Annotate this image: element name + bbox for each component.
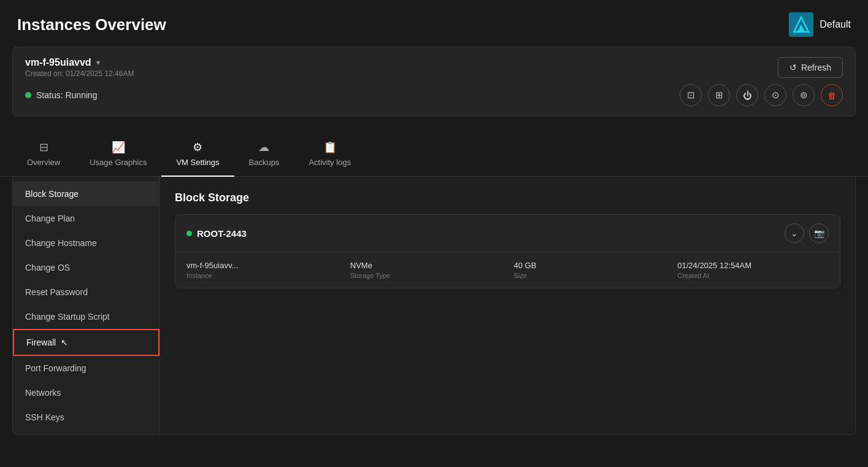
delete-button[interactable]: 🗑	[821, 84, 843, 106]
content-title: Block Storage	[175, 191, 840, 204]
snapshot-button[interactable]: ⊙	[764, 84, 786, 106]
sidebar-block-storage-label: Block Storage	[25, 189, 79, 199]
status-dot-icon	[25, 92, 31, 98]
sidebar-item-change-plan[interactable]: Change Plan	[13, 206, 159, 231]
sidebar: Block Storage Change Plan Change Hostnam…	[13, 177, 160, 434]
status-text: Status: Running	[36, 90, 98, 100]
instance-card: vm-f-95uiavvd ▾ Created on: 01/24/2025 1…	[12, 47, 856, 117]
instance-created: Created on: 01/24/2025 12:46AM	[25, 69, 134, 78]
storage-created-value: 01/24/2025 12:54AM	[677, 261, 829, 270]
power-button[interactable]: ⏻	[736, 84, 758, 106]
page-title: Instances Overview	[17, 15, 166, 34]
brand-logo-icon	[789, 12, 813, 37]
sidebar-item-networks[interactable]: Networks	[13, 380, 159, 405]
tab-backups[interactable]: ☁ Backups	[234, 136, 294, 177]
overview-tab-icon: ⊟	[39, 141, 48, 154]
storage-snapshot-button[interactable]: 📷	[809, 223, 829, 243]
backup-button[interactable]: ⊚	[793, 84, 815, 106]
instance-name: vm-f-95uiavvd	[25, 57, 91, 68]
brand-name: Default	[820, 19, 851, 30]
sidebar-change-startup-label: Change Startup Script	[25, 312, 110, 322]
sidebar-change-os-label: Change OS	[25, 263, 70, 272]
storage-instance-value: vm-f-95uiavv...	[186, 261, 338, 270]
sidebar-reset-password-label: Reset Password	[25, 287, 88, 297]
storage-header-row: ROOT-2443 ⌄ 📷	[175, 215, 840, 252]
refresh-button[interactable]: ↺ Refresh	[778, 57, 843, 78]
instance-info: vm-f-95uiavvd ▾ Created on: 01/24/2025 1…	[25, 57, 134, 78]
storage-size-detail: 40 GB Size	[514, 261, 666, 279]
storage-name: ROOT-2443	[186, 228, 247, 239]
refresh-label: Refresh	[801, 63, 831, 72]
storage-created-detail: 01/24/2025 12:54AM Created At	[677, 261, 829, 279]
backups-tab-icon: ☁	[258, 141, 269, 154]
tab-overview-label: Overview	[27, 158, 60, 167]
dropdown-arrow-icon[interactable]: ▾	[96, 58, 100, 67]
instance-name-row: vm-f-95uiavvd ▾	[25, 57, 134, 68]
storage-name-label: ROOT-2443	[197, 228, 247, 239]
tab-activity-logs[interactable]: 📋 Activity logs	[294, 136, 366, 177]
tab-logs-label: Activity logs	[309, 158, 351, 167]
status-indicator: Status: Running	[25, 90, 98, 100]
tabs-row: ⊟ Overview 📈 Usage Graphics ⚙ VM Setting…	[0, 123, 868, 177]
cursor-icon: ↖	[61, 338, 68, 347]
tab-overview[interactable]: ⊟ Overview	[12, 136, 75, 177]
sidebar-firewall-label: Firewall	[26, 338, 56, 347]
brand-area[interactable]: Default	[789, 12, 851, 37]
sidebar-change-plan-label: Change Plan	[25, 214, 75, 223]
sidebar-item-ssh-keys[interactable]: SSH Keys	[13, 405, 159, 430]
tab-usage-graphics[interactable]: 📈 Usage Graphics	[75, 136, 161, 177]
storage-card: ROOT-2443 ⌄ 📷 vm-f-95uiavv... Instance N…	[175, 214, 840, 288]
sidebar-networks-label: Networks	[25, 388, 61, 398]
storage-type-value: NVMe	[350, 261, 502, 270]
sidebar-item-change-hostname[interactable]: Change Hostname	[13, 231, 159, 255]
storage-size-value: 40 GB	[514, 261, 666, 270]
status-row: Status: Running ⊡ ⊞ ⏻ ⊙ ⊚ 🗑	[25, 84, 843, 106]
storage-actions: ⌄ 📷	[785, 223, 829, 243]
storage-details-row: vm-f-95uiavv... Instance NVMe Storage Ty…	[175, 252, 840, 288]
tab-vm-settings[interactable]: ⚙ VM Settings	[161, 136, 234, 177]
refresh-icon: ↺	[789, 63, 797, 72]
sidebar-item-change-os[interactable]: Change OS	[13, 255, 159, 280]
sidebar-item-port-forwarding[interactable]: Port Forwarding	[13, 356, 159, 380]
storage-size-label: Size	[514, 272, 666, 279]
sidebar-change-hostname-label: Change Hostname	[25, 238, 97, 248]
tab-usage-label: Usage Graphics	[90, 158, 147, 167]
instance-header: vm-f-95uiavvd ▾ Created on: 01/24/2025 1…	[25, 57, 843, 78]
console-button[interactable]: ⊡	[680, 84, 702, 106]
usage-tab-icon: 📈	[112, 141, 125, 154]
sidebar-item-firewall[interactable]: Firewall ↖	[13, 329, 159, 356]
sidebar-port-forwarding-label: Port Forwarding	[25, 363, 86, 373]
tab-backups-label: Backups	[249, 158, 280, 167]
storage-status-dot	[186, 231, 192, 236]
main-layout: Block Storage Change Plan Change Hostnam…	[12, 177, 856, 435]
sidebar-item-reset-password[interactable]: Reset Password	[13, 280, 159, 304]
settings-tab-icon: ⚙	[193, 141, 202, 154]
sidebar-ssh-keys-label: SSH Keys	[25, 412, 64, 422]
storage-created-label: Created At	[677, 272, 829, 279]
tab-vmsettings-label: VM Settings	[176, 158, 219, 167]
storage-expand-button[interactable]: ⌄	[785, 223, 804, 243]
top-header: Instances Overview Default	[0, 0, 868, 47]
sidebar-item-change-startup-script[interactable]: Change Startup Script	[13, 304, 159, 329]
storage-instance-detail: vm-f-95uiavv... Instance	[186, 261, 338, 279]
logs-tab-icon: 📋	[323, 141, 337, 154]
storage-type-detail: NVMe Storage Type	[350, 261, 502, 279]
storage-type-label: Storage Type	[350, 272, 502, 279]
action-icons-group: ⊡ ⊞ ⏻ ⊙ ⊚ 🗑	[680, 84, 843, 106]
sidebar-item-block-storage[interactable]: Block Storage	[13, 182, 159, 206]
storage-instance-label: Instance	[186, 272, 338, 279]
resize-button[interactable]: ⊞	[708, 84, 730, 106]
content-area: Block Storage ROOT-2443 ⌄ 📷 vm-f-95uiavv…	[160, 177, 855, 434]
